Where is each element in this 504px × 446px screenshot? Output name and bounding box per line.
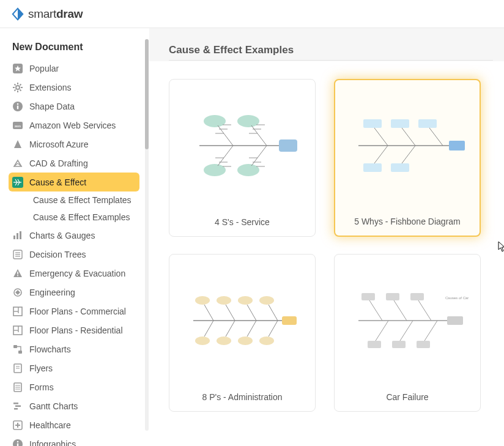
svg-point-62 — [237, 164, 259, 176]
svg-line-64 — [251, 125, 267, 146]
svg-line-65 — [218, 146, 233, 166]
svg-line-100 — [269, 305, 278, 321]
aws-icon: aws — [12, 120, 23, 131]
template-card[interactable]: 8 P's - Administration — [169, 254, 316, 412]
template-card[interactable]: Causes of Car Failure Car Failure — [334, 254, 481, 412]
sidebar-subitem[interactable]: Cause & Effect Templates — [9, 191, 139, 209]
sidebar-item-popular[interactable]: Popular — [9, 59, 139, 78]
sidebar-item-forms[interactable]: Forms — [9, 377, 139, 396]
svg-point-99 — [259, 296, 274, 305]
svg-point-93 — [195, 296, 210, 305]
logo-icon — [11, 7, 24, 21]
template-thumbnail — [169, 255, 315, 387]
page-title: Cause & Effect Examples — [169, 44, 493, 61]
svg-text:Causes of Car Failure: Causes of Car Failure — [445, 296, 469, 300]
svg-point-103 — [217, 336, 231, 345]
sidebar-item-label: Flowcharts — [29, 344, 71, 354]
sidebar-item-extensions[interactable]: Extensions — [9, 78, 139, 97]
engineering-icon — [12, 287, 23, 298]
svg-line-90 — [402, 146, 415, 163]
sidebar-item-label: Forms — [29, 382, 54, 392]
sidebar-item-cause-effect[interactable]: Cause & Effect — [9, 173, 139, 191]
sidebar-item-charts-gauges[interactable]: Charts & Gauges — [9, 226, 139, 245]
sidebar-item-infographics[interactable]: Infographics — [9, 434, 139, 446]
sidebar-item-amazon-web-services[interactable]: awsAmazon Web Services — [9, 116, 139, 135]
sidebar-scrollbar-thumb[interactable] — [145, 39, 149, 149]
svg-line-86 — [429, 128, 443, 146]
sidebar-item-cad-drafting[interactable]: CAD & Drafting — [9, 154, 139, 173]
svg-rect-111 — [361, 293, 375, 300]
svg-rect-25 — [20, 231, 21, 239]
svg-point-31 — [17, 275, 18, 276]
svg-rect-113 — [386, 293, 399, 300]
svg-rect-89 — [391, 163, 409, 172]
svg-line-94 — [204, 305, 213, 321]
sidebar-item-label: Flyers — [29, 363, 53, 373]
star-icon — [12, 63, 23, 74]
sidebar-item-engineering[interactable]: Engineering — [9, 283, 139, 302]
svg-line-102 — [204, 321, 213, 336]
template-label: 4 S's - Service — [169, 212, 315, 236]
azure-icon — [12, 139, 23, 150]
template-card[interactable]: 5 Whys - Fishbone Diagram — [334, 79, 481, 237]
template-label: 5 Whys - Fishbone Diagram — [335, 211, 480, 236]
sidebar-item-label: Emergency & Evacuation — [29, 269, 125, 278]
template-thumbnail: Causes of Car Failure — [335, 255, 480, 387]
svg-line-120 — [400, 321, 413, 341]
sidebar-item-label: Floor Plans - Commercial — [29, 307, 126, 316]
sidebar-item-floor-plans-residential[interactable]: Floor Plans - Residential — [9, 321, 139, 340]
sidebar-item-shape-data[interactable]: Shape Data — [9, 97, 139, 116]
svg-point-97 — [238, 296, 253, 305]
flyer-icon — [12, 363, 23, 374]
sidebar-item-gantt-charts[interactable]: Gantt Charts — [9, 396, 139, 415]
sidebar-item-microsoft-azure[interactable]: Microsoft Azure — [9, 135, 139, 154]
sidebar-item-label: Decision Trees — [29, 250, 86, 259]
template-label: 8 P's - Administration — [169, 387, 315, 411]
gear-icon — [12, 82, 23, 93]
sidebar-item-label: Amazon Web Services — [29, 121, 116, 130]
sidebar-item-flyers[interactable]: Flyers — [9, 359, 139, 377]
cad-icon — [12, 158, 23, 169]
svg-line-96 — [226, 305, 235, 321]
info-icon — [12, 101, 23, 112]
svg-rect-48 — [13, 403, 18, 404]
svg-point-101 — [195, 336, 210, 345]
info-icon — [12, 439, 23, 447]
sidebar-item-label: CAD & Drafting — [29, 158, 88, 168]
svg-line-108 — [269, 321, 278, 336]
fishbone-icon — [12, 177, 23, 188]
svg-line-6 — [15, 84, 16, 85]
sidebar-item-label: Extensions — [29, 83, 71, 92]
sidebar: New Document PopularExtensionsShape Data… — [0, 28, 149, 446]
svg-rect-92 — [282, 316, 297, 325]
gantt-icon — [12, 401, 23, 412]
template-card[interactable]: 4 S's - Service — [169, 79, 316, 237]
brand-logo[interactable]: smartdraw — [11, 7, 83, 21]
sidebar-item-label: Floor Plans - Residential — [29, 325, 123, 335]
svg-rect-115 — [410, 293, 424, 300]
svg-rect-49 — [15, 405, 21, 407]
svg-point-61 — [204, 164, 226, 176]
sidebar-item-label: Popular — [29, 64, 59, 73]
warning-icon — [12, 268, 23, 279]
sidebar-item-decision-trees[interactable]: Decision Trees — [9, 245, 139, 264]
sidebar-subitem[interactable]: Cause & Effect Examples — [9, 209, 139, 226]
forms-icon — [12, 382, 23, 393]
svg-rect-83 — [391, 119, 409, 128]
svg-line-82 — [374, 128, 388, 146]
template-thumbnail — [335, 80, 480, 211]
svg-rect-58 — [279, 139, 297, 152]
sidebar-item-flowcharts[interactable]: Flowcharts — [9, 340, 139, 359]
svg-text:aws: aws — [15, 124, 21, 128]
sidebar-item-label: Engineering — [29, 288, 75, 297]
svg-line-8 — [20, 84, 21, 85]
sidebar-item-floor-plans-commercial[interactable]: Floor Plans - Commercial — [9, 302, 139, 321]
svg-rect-117 — [368, 341, 381, 348]
svg-rect-53 — [15, 425, 20, 426]
sidebar-item-emergency-evacuation[interactable]: Emergency & Evacuation — [9, 264, 139, 283]
sidebar-item-label: Gantt Charts — [29, 401, 78, 411]
svg-point-95 — [217, 296, 231, 305]
svg-point-1 — [16, 86, 20, 89]
sidebar-item-healthcare[interactable]: Healthcare — [9, 415, 139, 434]
svg-rect-12 — [17, 105, 18, 109]
